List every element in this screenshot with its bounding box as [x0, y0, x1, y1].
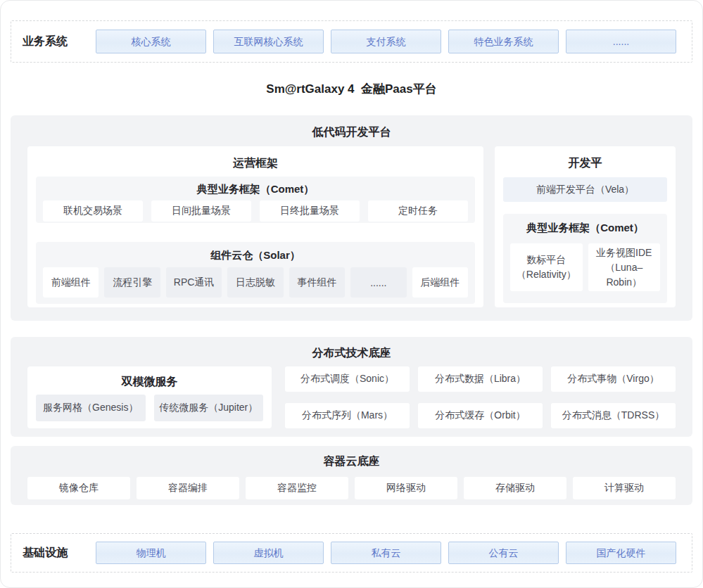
pill-virtual-machine: 虚拟机: [213, 542, 324, 564]
container-cloud-title: 容器云底座: [27, 454, 676, 468]
chip-event-component: 事件组件: [289, 267, 345, 298]
solar-component-box: 组件云仓（Solar） 前端组件 流程引擎 RPC通讯 日志脱敏 事件组件 ..…: [36, 242, 475, 304]
pill-public-cloud: 公有云: [448, 542, 559, 564]
dual-mode-chip-row: 服务网格（Genesis） 传统微服务（Jupiter）: [36, 395, 263, 421]
chip-virgo-transaction: 分布式事物（Virgo）: [551, 366, 676, 392]
container-cloud-section: 容器云底座 镜像仓库 容器编排 容器监控 网络驱动 存储驱动 计算驱动: [11, 446, 692, 505]
container-cloud-chip-row: 镜像仓库 容器编排 容器监控 网络驱动 存储驱动 计算驱动: [27, 477, 676, 499]
chip-sonic-scheduling: 分布式调度（Sonic）: [285, 366, 410, 392]
chip-vela-frontend-platform: 前端开发平台（Vela）: [503, 177, 667, 202]
chip-relativity-line2: （Relativity）: [517, 267, 576, 282]
pill-internet-core-system: 互联网核心系统: [213, 30, 324, 53]
chip-jupiter-microservice: 传统微服务（Jupiter）: [154, 395, 264, 421]
infrastructure-label: 基础设施: [23, 546, 96, 561]
chip-genesis-service-mesh: 服务网格（Genesis）: [36, 395, 146, 421]
pill-domestic-hardware: 国产化硬件: [566, 542, 676, 564]
chip-storage-driver: 存储驱动: [464, 477, 566, 499]
chip-backend-component: 后端组件: [412, 267, 468, 298]
chip-relativity-platform: 数标平台 （Relativity）: [510, 243, 583, 291]
infrastructure-row: 基础设施 物理机 虚拟机 私有云 公有云 国产化硬件: [11, 533, 692, 573]
business-systems-pills: 核心系统 互联网核心系统 支付系统 特色业务系统 ......: [96, 30, 676, 53]
distributed-grid: 分布式调度（Sonic） 分布式数据（Libra） 分布式事物（Virgo） 分…: [285, 366, 676, 428]
dev-comet-chip-row: 数标平台 （Relativity） 业务视图IDE （Luna–Robin）: [510, 243, 660, 291]
low-code-platform-section: 低代码开发平台 运营框架 典型业务框架（Comet） 联机交易场景 日间批量场景…: [11, 115, 692, 321]
chip-compute-driver: 计算驱动: [573, 477, 676, 499]
solar-component-title: 组件云仓（Solar）: [43, 248, 468, 262]
chip-tdrss-message: 分布式消息（TDRSS）: [551, 403, 676, 428]
solar-chip-row: 前端组件 流程引擎 RPC通讯 日志脱敏 事件组件 ...... 后端组件: [43, 267, 468, 298]
chip-log-masking: 日志脱敏: [227, 267, 283, 298]
business-systems-row: 业务系统 核心系统 互联网核心系统 支付系统 特色业务系统 ......: [11, 20, 692, 63]
distributed-base-section: 分布式技术底座 双模微服务 服务网格（Genesis） 传统微服务（Jupite…: [11, 337, 692, 437]
chip-relativity-line1: 数标平台: [526, 253, 566, 267]
low-code-platform-title: 低代码开发平台: [27, 125, 676, 139]
chip-rpc-comm: RPC通讯: [166, 267, 222, 298]
pill-core-system: 核心系统: [96, 30, 206, 53]
chip-online-trading: 联机交易场景: [43, 200, 143, 222]
chip-more-components: ......: [350, 267, 406, 298]
chip-daytime-batch: 日间批量场景: [151, 200, 251, 222]
comet-framework-title: 典型业务框架（Comet）: [43, 182, 468, 196]
pill-private-cloud: 私有云: [331, 542, 441, 564]
chip-mars-sequence: 分布式序列（Mars）: [285, 403, 410, 428]
platform-title: Sm@rtGalaxy 4 金融Paas平台: [11, 63, 692, 115]
infrastructure-pills: 物理机 虚拟机 私有云 公有云 国产化硬件: [96, 542, 676, 564]
pill-special-business-system: 特色业务系统: [448, 30, 559, 53]
chip-luna-robin-line1: 业务视图IDE: [596, 245, 652, 260]
dual-mode-microservice-title: 双模微服务: [36, 375, 263, 389]
dev-platform-box: 开发平 前端开发平台（Vela） 典型业务框架（Comet） 数标平台 （Rel…: [495, 146, 676, 307]
chip-orbit-cache: 分布式缓存（Orbit）: [418, 403, 543, 428]
chip-network-driver: 网络驱动: [355, 477, 457, 499]
distributed-base-title: 分布式技术底座: [27, 346, 676, 360]
comet-framework-box: 典型业务框架（Comet） 联机交易场景 日间批量场景 日终批量场景 定时任务: [36, 177, 475, 223]
distributed-columns: 双模微服务 服务网格（Genesis） 传统微服务（Jupiter） 分布式调度…: [27, 366, 676, 428]
chip-eod-batch: 日终批量场景: [260, 200, 360, 222]
chip-container-monitoring: 容器监控: [246, 477, 348, 499]
chip-image-registry: 镜像仓库: [27, 477, 130, 499]
comet-chip-row: 联机交易场景 日间批量场景 日终批量场景 定时任务: [43, 200, 468, 222]
chip-luna-robin-line2: （Luna–Robin）: [588, 260, 661, 290]
pill-more-systems: ......: [566, 30, 676, 53]
chip-libra-data: 分布式数据（Libra）: [418, 366, 543, 392]
architecture-diagram: 业务系统 核心系统 互联网核心系统 支付系统 特色业务系统 ...... Sm@…: [0, 0, 703, 588]
operation-framework-box: 运营框架 典型业务框架（Comet） 联机交易场景 日间批量场景 日终批量场景 …: [27, 146, 483, 307]
dev-comet-framework-title: 典型业务框架（Comet）: [510, 221, 660, 235]
dual-mode-microservice-box: 双模微服务 服务网格（Genesis） 传统微服务（Jupiter）: [27, 366, 272, 428]
operation-framework-title: 运营框架: [36, 156, 475, 170]
pill-payment-system: 支付系统: [331, 30, 441, 53]
low-code-columns: 运营框架 典型业务框架（Comet） 联机交易场景 日间批量场景 日终批量场景 …: [27, 146, 676, 307]
chip-process-engine: 流程引擎: [104, 267, 160, 298]
chip-scheduled-task: 定时任务: [368, 200, 468, 222]
chip-luna-robin-ide: 业务视图IDE （Luna–Robin）: [588, 243, 661, 291]
chip-frontend-component: 前端组件: [43, 267, 99, 298]
pill-physical-machine: 物理机: [96, 542, 206, 564]
dev-platform-title: 开发平: [503, 156, 667, 170]
dev-comet-framework-box: 典型业务框架（Comet） 数标平台 （Relativity） 业务视图IDE …: [503, 214, 667, 303]
business-systems-label: 业务系统: [23, 34, 96, 49]
chip-container-orchestration: 容器编排: [137, 477, 239, 499]
